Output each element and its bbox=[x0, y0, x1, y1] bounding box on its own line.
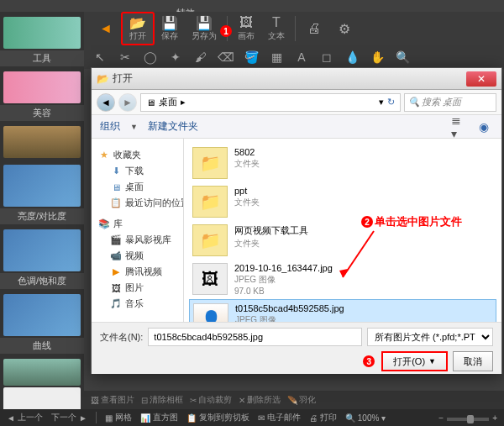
lasso-tool-icon[interactable]: ◯ bbox=[141, 49, 160, 66]
back-button[interactable]: ◄ bbox=[91, 19, 121, 38]
breadcrumb-text: 桌面 bbox=[159, 96, 177, 108]
new-folder-button[interactable]: 新建文件夹 bbox=[148, 119, 198, 134]
view-mode-button[interactable]: ≣ ▾ bbox=[451, 118, 470, 135]
eyedrop-tool-icon[interactable]: 💧 bbox=[343, 49, 361, 66]
sidebar-tencent[interactable]: ▶腾讯视频 bbox=[95, 264, 180, 280]
zoom-in-button[interactable]: + bbox=[492, 413, 497, 423]
shape-tool-icon[interactable]: ◻ bbox=[318, 49, 336, 66]
annotation-text-2: 单击选中图片文件 bbox=[375, 214, 462, 229]
view-pic-button[interactable]: 🖼 查看图片 bbox=[91, 394, 134, 406]
text-tool-icon[interactable]: A bbox=[292, 49, 311, 66]
sidebar-recent[interactable]: 📋最近访问的位置 bbox=[95, 195, 180, 211]
libraries-group[interactable]: 📚库 bbox=[95, 216, 180, 232]
main-toolbar: ◄ 📂 打开 1 💾保存 💾另存为 🖼画布 T文本 🖨 ⚙ bbox=[84, 12, 504, 45]
sidebar-item-hue[interactable]: 色调/饱和度 bbox=[0, 273, 84, 289]
sidebar-thumb-tools[interactable] bbox=[3, 17, 81, 49]
save-button[interactable]: 💾保存 bbox=[155, 13, 185, 44]
text-button[interactable]: T文本 bbox=[261, 13, 291, 44]
print-button[interactable]: 🖨 打印 bbox=[309, 412, 337, 423]
sidebar-thumb-hue[interactable] bbox=[3, 229, 81, 271]
nav-back-button[interactable]: ◄ bbox=[97, 93, 115, 112]
sidebar-thumb-curves[interactable] bbox=[3, 294, 81, 336]
zoom-out-button[interactable]: − bbox=[438, 413, 444, 423]
annotation-step2: 2 单击选中图片文件 bbox=[361, 214, 462, 229]
folder-icon: 📁 bbox=[192, 186, 228, 218]
sidebar-downloads[interactable]: ⬇下载 bbox=[95, 163, 180, 179]
favorites-group[interactable]: ★收藏夹 bbox=[95, 147, 180, 163]
svg-line-0 bbox=[343, 231, 374, 277]
open-button[interactable]: 📂 打开 bbox=[121, 12, 155, 45]
sidebar-thumb-beauty[interactable] bbox=[3, 71, 81, 103]
dialog-sidebar: ★收藏夹 ⬇下载 🖥桌面 📋最近访问的位置 📚库 🎬暴风影视库 📹视频 ▶腾讯视… bbox=[92, 139, 184, 322]
wand-tool-icon[interactable]: ✦ bbox=[166, 49, 185, 66]
sidebar-music[interactable]: 🎵音乐 bbox=[95, 296, 180, 312]
sidebar-desktop[interactable]: 🖥桌面 bbox=[95, 179, 180, 195]
prev-button[interactable]: ◄ 上一个 bbox=[7, 412, 43, 423]
brush-tool-icon[interactable]: 🖌 bbox=[192, 49, 210, 66]
nav-forward-button[interactable]: ► bbox=[118, 93, 137, 112]
sidebar-item-beauty[interactable]: 美容 bbox=[0, 105, 84, 121]
eraser-tool-icon[interactable]: ⌫ bbox=[217, 49, 235, 66]
canvas-button[interactable]: 🖼画布 bbox=[231, 13, 261, 44]
sidebar-pictures[interactable]: 🖼图片 bbox=[95, 280, 180, 296]
cancel-button[interactable]: 取消 bbox=[453, 351, 493, 371]
email-button[interactable]: ✉ 电子邮件 bbox=[258, 412, 301, 423]
chevron-right-icon: ▸ bbox=[181, 97, 186, 108]
crop-tool-icon[interactable]: ✂ bbox=[116, 49, 134, 66]
remove-bg-button[interactable]: ✕ 删除所选 bbox=[239, 394, 281, 406]
folder-icon: 📂 bbox=[97, 73, 109, 85]
zoom-tool-icon[interactable]: 🔍 bbox=[393, 49, 412, 66]
print-toolbar-button[interactable]: 🖨 bbox=[299, 19, 329, 38]
search-input[interactable]: 🔍 搜索 桌面 bbox=[404, 93, 496, 112]
file-item-image-selected[interactable]: 👤 t0158c5bcad4b592585.jpgJPEG 图像39.6 KB bbox=[189, 299, 496, 322]
settings-button[interactable]: ⚙ bbox=[329, 19, 360, 38]
auto-crop-button[interactable]: ✂ 自动裁剪 bbox=[190, 394, 232, 406]
sidebar-thumb-landscape[interactable] bbox=[3, 359, 81, 386]
tool-row: ↖ ✂ ◯ ✦ 🖌 ⌫ 🪣 ▦ A ◻ 💧 ✋ 🔍 bbox=[84, 45, 504, 69]
filename-label: 文件名(N): bbox=[100, 331, 143, 344]
file-filter-select[interactable]: 所有图片文件 (*.pfd;*.PTimag bbox=[367, 328, 493, 346]
filename-input[interactable] bbox=[148, 328, 362, 346]
file-item-folder[interactable]: 📁 5802文件夹 bbox=[189, 144, 496, 182]
folder-icon: 📁 bbox=[192, 224, 228, 256]
dialog-nav: ◄ ► 🖥 桌面 ▸ ▾ ↻ 🔍 搜索 桌面 bbox=[92, 90, 501, 115]
organize-button[interactable]: 组织 bbox=[100, 119, 120, 134]
breadcrumb[interactable]: 🖥 桌面 ▸ ▾ ↻ bbox=[140, 93, 401, 112]
window-titlebar bbox=[0, 0, 504, 12]
dialog-titlebar: 📂打开 ✕ bbox=[92, 68, 501, 90]
left-sidebar: 工具 美容 亮度/对比度 色调/饱和度 曲线 bbox=[0, 12, 84, 409]
sidebar-item-curves[interactable]: 曲线 bbox=[0, 338, 84, 354]
open-label: 打开 bbox=[129, 30, 146, 42]
search-icon: 🔍 bbox=[408, 97, 420, 108]
fill-tool-icon[interactable]: 🪣 bbox=[242, 49, 260, 66]
feather-button[interactable]: 🪶 羽化 bbox=[287, 394, 316, 406]
sidebar-item-brightness[interactable]: 亮度/对比度 bbox=[0, 208, 84, 224]
clear-frame-button[interactable]: ⊟ 清除相框 bbox=[141, 394, 183, 406]
refresh-icon[interactable]: ↻ bbox=[387, 97, 395, 108]
close-button[interactable]: ✕ bbox=[466, 71, 496, 87]
annotation-badge-3: 3 bbox=[363, 355, 375, 367]
chevron-down-icon[interactable]: ▾ bbox=[379, 97, 384, 108]
sidebar-videos[interactable]: 📹视频 bbox=[95, 248, 180, 264]
help-button[interactable]: ◉ bbox=[475, 118, 493, 135]
dialog-footer: 文件名(N): 所有图片文件 (*.pfd;*.PTimag 3 打开(O)▼ … bbox=[92, 322, 501, 374]
sidebar-item-tools[interactable]: 工具 bbox=[0, 50, 84, 66]
next-button[interactable]: 下一个 ► bbox=[51, 412, 87, 423]
gradient-tool-icon[interactable]: ▦ bbox=[267, 49, 286, 66]
image-thumb-icon: 👤 bbox=[193, 303, 228, 322]
desktop-icon: 🖥 bbox=[146, 97, 155, 108]
annotation-badge-1: 1 bbox=[220, 25, 232, 37]
hand-tool-icon[interactable]: ✋ bbox=[368, 49, 386, 66]
sidebar-thumb-scene[interactable] bbox=[3, 126, 81, 158]
sidebar-stormav[interactable]: 🎬暴风影视库 bbox=[95, 232, 180, 248]
open-file-button[interactable]: 打开(O)▼ bbox=[381, 351, 448, 371]
dialog-title-text: 打开 bbox=[113, 71, 133, 86]
saveas-button[interactable]: 💾另存为 bbox=[185, 13, 223, 44]
sidebar-thumb-brightness[interactable] bbox=[3, 165, 81, 207]
grid-toggle[interactable]: ▦ 网格 bbox=[105, 412, 132, 423]
zoom-level[interactable]: 🔍 100% ▾ bbox=[345, 413, 386, 423]
pointer-tool-icon[interactable]: ↖ bbox=[91, 49, 109, 66]
statusbar: ◄ 上一个 下一个 ► ▦ 网格 📊 直方图 📋 复制到剪切板 ✉ 电子邮件 🖨… bbox=[0, 409, 504, 426]
histogram-toggle[interactable]: 📊 直方图 bbox=[140, 412, 178, 423]
copy-clipboard-button[interactable]: 📋 复制到剪切板 bbox=[186, 412, 249, 423]
